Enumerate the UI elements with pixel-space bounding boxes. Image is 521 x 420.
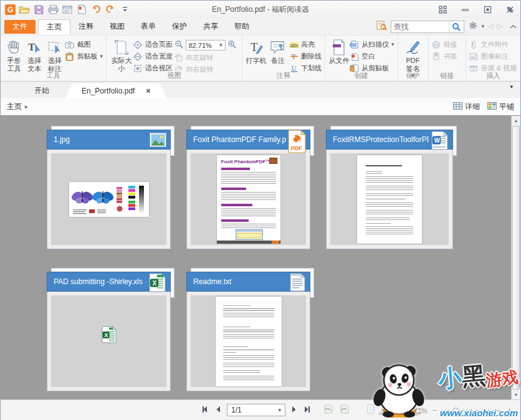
scroll-up-icon[interactable]: ▲ — [512, 118, 520, 123]
hand-tool-button[interactable]: 手形工具 — [4, 37, 24, 73]
statusbar-zoom-in-icon[interactable]: + — [507, 406, 512, 415]
menu-tab-home[interactable]: 主页 — [38, 19, 70, 35]
zoom-level-combobox[interactable]: 82.71% ▾ — [186, 40, 226, 50]
portfolio-tile-pdf[interactable]: Foxit PhantomPDF Family.pdf PDF Foxit Ph… — [186, 130, 310, 249]
portfolio-pathbar: 主页 ▸ 详细 平铺 — [1, 98, 520, 115]
zoom-in-icon[interactable] — [227, 40, 237, 50]
continuous-view-icon[interactable] — [380, 404, 388, 416]
bookmark-button[interactable]: 书签 — [432, 51, 457, 62]
tile-filename: PAD submitting -Shirley.xls — [54, 277, 143, 286]
settings-caret-icon[interactable]: ▾ — [482, 24, 485, 29]
find-previous-icon[interactable]: ◁ — [488, 22, 493, 31]
last-page-icon[interactable] — [303, 406, 311, 415]
file-attachment-button[interactable]: 文件附件 — [469, 39, 517, 50]
menu-tab-comment[interactable]: 注释 — [70, 19, 102, 34]
previous-page-icon[interactable] — [215, 406, 221, 415]
facing-view-icon[interactable] — [394, 404, 405, 416]
ui-style-icon[interactable] — [436, 4, 449, 14]
breadcrumb[interactable]: 主页 ▸ — [7, 102, 28, 112]
preview-logo-box — [269, 158, 277, 164]
select-text-icon: T — [27, 39, 42, 56]
menu-tab-protect[interactable]: 保护 — [164, 19, 195, 34]
app-window: G — [0, 0, 521, 420]
undo-icon[interactable] — [90, 4, 102, 15]
rotate-left-icon — [174, 54, 184, 62]
open-file-icon[interactable] — [19, 4, 30, 15]
menu-tab-form[interactable]: 表单 — [133, 19, 164, 34]
next-view-icon[interactable] — [339, 404, 350, 416]
find-next-icon[interactable]: ▷ — [497, 22, 502, 31]
clipboard-button[interactable]: 剪贴板 ▾ — [65, 51, 103, 62]
scroll-down-icon[interactable]: ▼ — [512, 393, 520, 397]
file-menu-button[interactable]: 文件 — [4, 20, 36, 34]
single-page-view-icon[interactable] — [366, 404, 375, 416]
fit-page-button[interactable]: 适合页面 — [133, 39, 174, 50]
zoom-out-icon[interactable] — [174, 40, 184, 50]
zoom-slider-knob[interactable] — [453, 408, 459, 413]
tab-start[interactable]: 开始 — [18, 84, 65, 98]
window-controls — [436, 4, 517, 14]
close-tab-icon[interactable]: × — [146, 87, 150, 95]
collapse-ribbon-icon[interactable] — [510, 22, 517, 31]
typewriter-button[interactable]: T 打字机 — [246, 37, 267, 65]
strikeout-button[interactable]: T 删除线 — [289, 51, 322, 62]
create-from-scanner-button[interactable]: 从扫描仪 ▾ — [350, 39, 394, 50]
text-file-icon — [289, 273, 306, 294]
zoom-slider[interactable] — [442, 410, 502, 411]
create-from-file-button[interactable]: 从文件 — [328, 37, 350, 65]
document-tabbar: 开始 En_Portfolio.pdf × ▾ — [1, 82, 520, 98]
highlight-icon: abc — [289, 41, 299, 49]
svg-text:T: T — [28, 41, 36, 53]
detail-view-button[interactable]: 详细 — [453, 102, 480, 112]
minimize-icon[interactable] — [458, 4, 472, 14]
next-page-icon[interactable] — [291, 406, 297, 415]
redo-icon[interactable] — [105, 4, 116, 15]
rotate-left-button[interactable]: 向左旋转 — [174, 52, 239, 63]
email-icon[interactable] — [62, 4, 73, 15]
select-text-button[interactable]: T 选择文本 — [24, 37, 45, 73]
portfolio-tile-excel[interactable]: PAD submitting -Shirley.xls X X — [47, 272, 171, 391]
vertical-scrollbar[interactable]: ▲ ▼ — [511, 116, 520, 399]
statusbar-zoom: 82.71% − + — [404, 406, 512, 415]
link-globe-icon — [432, 41, 441, 49]
customize-quick-access-icon[interactable] — [119, 4, 130, 15]
tile-filename: FoxitRMSProtectionToolforPDF1.0_read — [333, 135, 429, 144]
titlebar: G — [1, 1, 520, 18]
restore-icon[interactable] — [480, 4, 494, 14]
note-button[interactable]: 备注 — [267, 37, 289, 65]
tile-filename: Foxit PhantomPDF Family.pdf — [193, 135, 286, 144]
breadcrumb-home[interactable]: 主页 — [7, 102, 22, 112]
create-blank-button[interactable]: 空白 — [350, 51, 394, 62]
search-button[interactable] — [449, 21, 464, 32]
highlight-button[interactable]: abc 高亮 — [289, 39, 322, 50]
save-icon[interactable] — [33, 4, 44, 15]
menu-tab-view[interactable]: 视图 — [102, 19, 133, 34]
link-button[interactable]: 链接 — [432, 39, 457, 50]
snapshot-button[interactable]: 截图 — [65, 39, 103, 50]
portfolio-tile-image[interactable]: 1.jpg — [47, 130, 171, 249]
portfolio-tile-text[interactable]: Readme.txt — [186, 272, 310, 391]
actual-size-button[interactable]: 实际大小 — [110, 37, 133, 73]
tab-list-caret-icon[interactable]: ▾ — [510, 84, 513, 90]
image-annotation-button[interactable]: 图像标注 — [469, 51, 517, 62]
first-page-icon[interactable] — [201, 406, 209, 415]
print-icon[interactable] — [47, 4, 59, 15]
menu-tab-share[interactable]: 共享 — [195, 19, 226, 34]
menu-tab-help[interactable]: 帮助 — [226, 19, 257, 34]
tile-view-button[interactable]: 平铺 — [487, 102, 514, 112]
scrollbar-thumb[interactable] — [512, 126, 520, 389]
snapshot-camera-icon — [65, 41, 74, 49]
statusbar-zoom-out-icon[interactable]: − — [433, 406, 437, 415]
fit-width-button[interactable]: 适合宽度 — [133, 51, 174, 62]
zoom-caret-icon: ▾ — [219, 42, 222, 48]
search-input[interactable] — [391, 21, 449, 32]
new-blank-document-icon[interactable] — [76, 4, 87, 15]
page-number-combobox[interactable]: 1/1 ▾ — [227, 404, 285, 416]
select-annotation-button[interactable]: 选择标注 — [45, 37, 65, 73]
excel-preview-icon: X — [101, 326, 117, 345]
previous-view-icon[interactable] — [323, 404, 333, 416]
tab-document[interactable]: En_Portfolio.pdf × — [65, 84, 166, 98]
portfolio-tile-word[interactable]: FoxitRMSProtectionToolforPDF1.0_read W — [326, 130, 453, 249]
close-icon[interactable] — [503, 4, 517, 14]
settings-gear-icon[interactable] — [468, 21, 478, 32]
